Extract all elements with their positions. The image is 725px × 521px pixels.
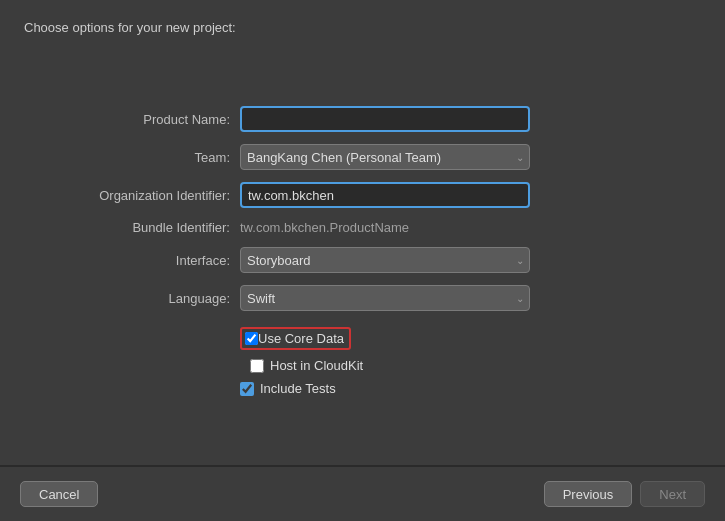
interface-row: Interface: Storyboard SwiftUI ⌄: [40, 247, 685, 273]
include-tests-row: Include Tests: [240, 381, 685, 396]
use-core-data-row: Use Core Data: [240, 327, 685, 350]
use-core-data-wrapper[interactable]: Use Core Data: [240, 327, 351, 350]
team-row: Team: BangKang Chen (Personal Team) ⌄: [40, 144, 685, 170]
host-in-cloudkit-wrapper: Host in CloudKit: [250, 358, 363, 373]
previous-button[interactable]: Previous: [544, 481, 633, 507]
interface-select[interactable]: Storyboard SwiftUI: [240, 247, 530, 273]
team-control: BangKang Chen (Personal Team) ⌄: [240, 144, 530, 170]
interface-control: Storyboard SwiftUI ⌄: [240, 247, 530, 273]
bundle-identifier-label: Bundle Identifier:: [40, 220, 240, 235]
dialog-footer: Cancel Previous Next: [0, 466, 725, 521]
dialog-body: Product Name: Team: BangKang Chen (Perso…: [0, 45, 725, 465]
checkboxes-area: Use Core Data Host in CloudKit Include T…: [240, 327, 685, 404]
bundle-identifier-control: tw.com.bkchen.ProductName: [240, 220, 530, 235]
host-in-cloudkit-label: Host in CloudKit: [270, 358, 363, 373]
language-select-wrapper: Swift Objective-C ⌄: [240, 285, 530, 311]
organization-identifier-label: Organization Identifier:: [40, 188, 240, 203]
organization-identifier-input[interactable]: [240, 182, 530, 208]
language-select[interactable]: Swift Objective-C: [240, 285, 530, 311]
new-project-dialog: Choose options for your new project: Pro…: [0, 0, 725, 521]
footer-right: Previous Next: [544, 481, 705, 507]
team-select-wrapper: BangKang Chen (Personal Team) ⌄: [240, 144, 530, 170]
include-tests-wrapper[interactable]: Include Tests: [240, 381, 336, 396]
product-name-input[interactable]: [240, 106, 530, 132]
next-button: Next: [640, 481, 705, 507]
organization-identifier-row: Organization Identifier:: [40, 182, 685, 208]
use-core-data-label: Use Core Data: [258, 331, 344, 346]
product-name-row: Product Name:: [40, 106, 685, 132]
cancel-button[interactable]: Cancel: [20, 481, 98, 507]
host-in-cloudkit-checkbox[interactable]: [250, 359, 264, 373]
footer-left: Cancel: [20, 481, 98, 507]
language-row: Language: Swift Objective-C ⌄: [40, 285, 685, 311]
include-tests-label: Include Tests: [260, 381, 336, 396]
bundle-identifier-value: tw.com.bkchen.ProductName: [240, 218, 409, 237]
dialog-title: Choose options for your new project:: [0, 0, 725, 45]
language-control: Swift Objective-C ⌄: [240, 285, 530, 311]
host-in-cloudkit-label-wrapper[interactable]: Host in CloudKit: [250, 358, 363, 373]
use-core-data-checkbox[interactable]: [245, 332, 258, 345]
interface-label: Interface:: [40, 253, 240, 268]
host-in-cloudkit-row: Host in CloudKit: [240, 358, 685, 373]
team-label: Team:: [40, 150, 240, 165]
organization-identifier-control: [240, 182, 530, 208]
include-tests-checkbox[interactable]: [240, 382, 254, 396]
team-select[interactable]: BangKang Chen (Personal Team): [240, 144, 530, 170]
product-name-label: Product Name:: [40, 112, 240, 127]
bundle-identifier-row: Bundle Identifier: tw.com.bkchen.Product…: [40, 220, 685, 235]
product-name-control: [240, 106, 530, 132]
language-label: Language:: [40, 291, 240, 306]
interface-select-wrapper: Storyboard SwiftUI ⌄: [240, 247, 530, 273]
